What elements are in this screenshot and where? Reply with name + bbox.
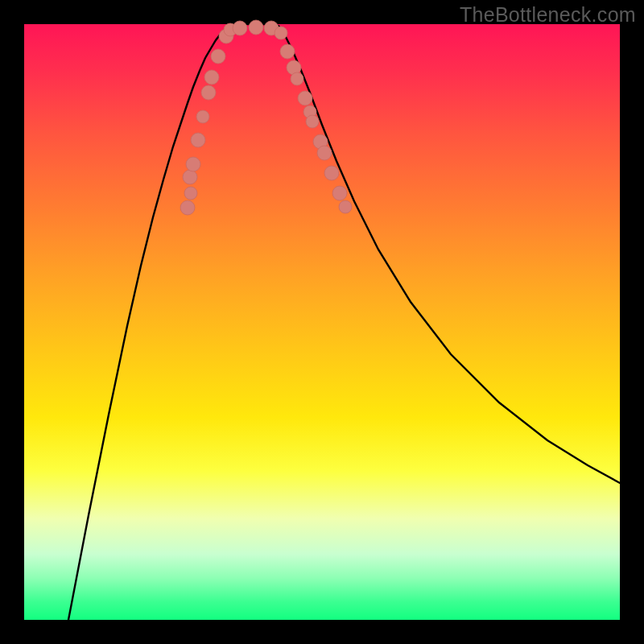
data-point bbox=[196, 110, 209, 123]
data-point bbox=[180, 200, 195, 215]
data-point bbox=[201, 85, 216, 100]
outer-frame: TheBottleneck.com bbox=[0, 0, 644, 644]
bottleneck-curve bbox=[68, 24, 620, 620]
data-point bbox=[306, 115, 319, 128]
data-point bbox=[191, 133, 205, 147]
data-point bbox=[183, 170, 197, 184]
data-point bbox=[339, 200, 352, 213]
data-point bbox=[291, 72, 303, 85]
data-point bbox=[233, 21, 247, 35]
data-point bbox=[298, 91, 312, 105]
data-point bbox=[275, 27, 287, 39]
data-point bbox=[317, 146, 332, 160]
chart-overlay bbox=[24, 24, 620, 620]
data-point bbox=[186, 157, 200, 171]
watermark-text: TheBottleneck.com bbox=[460, 3, 636, 27]
data-point bbox=[280, 44, 295, 59]
data-point bbox=[211, 49, 225, 64]
data-point-markers bbox=[180, 20, 352, 215]
data-point bbox=[184, 187, 197, 200]
data-point bbox=[324, 166, 339, 180]
data-point bbox=[249, 20, 263, 35]
data-point bbox=[204, 70, 219, 85]
data-point bbox=[332, 186, 347, 200]
